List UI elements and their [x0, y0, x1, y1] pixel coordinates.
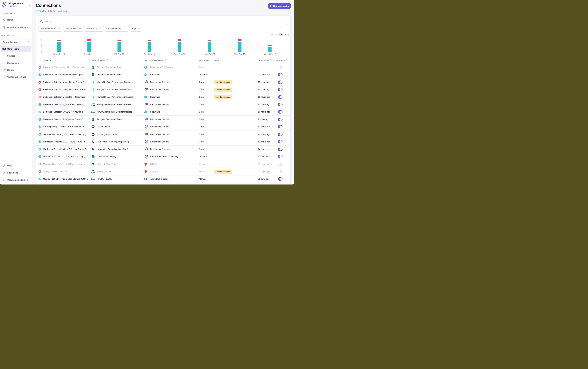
svg-text:MySQL: MySQL: [91, 104, 95, 106]
svg-text:S: S: [92, 164, 93, 165]
svg-text:01: 01: [145, 179, 146, 180]
svg-text:MySQL: MySQL: [91, 171, 95, 173]
svg-text:in: in: [92, 156, 94, 158]
svg-text:MySQL: MySQL: [91, 112, 95, 113]
svg-text:MySQL: MySQL: [91, 179, 95, 180]
